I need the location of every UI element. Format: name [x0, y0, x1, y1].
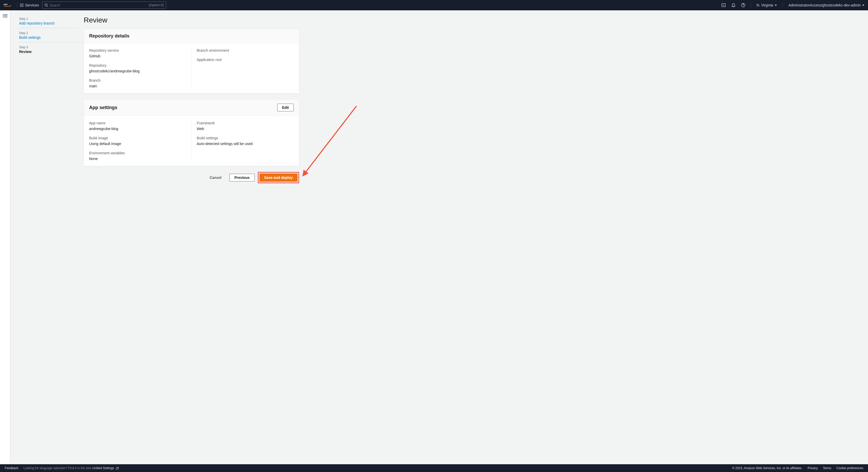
- search-box[interactable]: [Option+S]: [42, 2, 166, 9]
- region-selector[interactable]: N. Virginia: [753, 3, 780, 7]
- chevron-down-icon: [862, 5, 864, 6]
- body: Step 1 Add repository branch Step 2 Buil…: [0, 10, 868, 464]
- svg-point-15: [743, 6, 743, 6]
- field-app-name: App name andrewgrube-blog: [89, 121, 186, 131]
- nav-divider: [751, 3, 751, 8]
- main-area: Step 1 Add repository branch Step 2 Buil…: [10, 10, 868, 464]
- side-collapse-panel: [0, 10, 10, 464]
- field-value: Using default image: [89, 142, 186, 146]
- copyright: © 2023, Amazon Web Services, Inc. or its…: [732, 466, 802, 470]
- wizard-steps: Step 1 Add repository branch Step 2 Buil…: [19, 16, 84, 183]
- bell-icon: [731, 3, 736, 7]
- step-title: Add repository branch: [19, 21, 79, 25]
- hamburger-button[interactable]: [3, 13, 7, 18]
- field-label: Application root: [197, 58, 294, 62]
- field-label: Build image: [89, 136, 186, 140]
- field-value: Web: [197, 127, 294, 131]
- cookie-preferences-link[interactable]: Cookie preferences: [836, 466, 863, 470]
- previous-button[interactable]: Previous: [229, 174, 254, 181]
- field-label: Framework: [197, 121, 294, 125]
- svg-rect-2: [22, 4, 22, 4]
- svg-rect-6: [23, 5, 24, 6]
- grid-icon: [20, 3, 24, 7]
- search-shortcut: [Option+S]: [149, 3, 164, 7]
- step-review: Step 3 Review: [19, 45, 79, 56]
- services-menu[interactable]: Services: [20, 3, 39, 7]
- field-label: Repository service: [89, 48, 186, 53]
- field-label: Repository: [89, 63, 186, 67]
- terms-link[interactable]: Terms: [823, 466, 831, 470]
- cloudshell-button[interactable]: [719, 0, 728, 10]
- step-title: Build settings: [19, 35, 79, 39]
- privacy-link[interactable]: Privacy: [808, 466, 817, 470]
- field-value: GitHub: [89, 54, 186, 58]
- top-navigation: aws Services [Option+S]: [0, 0, 868, 10]
- account-selector[interactable]: AdministratorAccess/ghostcodekc-dev-admi…: [785, 3, 864, 7]
- step-number: Step 3: [19, 46, 79, 49]
- panel-title: App settings: [89, 105, 117, 110]
- help-icon: [741, 3, 746, 7]
- edit-button[interactable]: Edit: [277, 104, 294, 111]
- field-value: None: [89, 157, 186, 161]
- svg-point-10: [45, 4, 47, 6]
- external-link-icon: [116, 467, 119, 470]
- field-label: Build settings: [197, 136, 294, 140]
- svg-text:aws: aws: [4, 3, 8, 5]
- field-framework: Framework Web: [197, 121, 294, 131]
- cancel-button[interactable]: Cancel: [205, 173, 226, 182]
- chevron-down-icon: [775, 5, 777, 6]
- annotation-highlight: Save and deploy: [258, 172, 299, 183]
- region-label: N. Virginia: [757, 3, 773, 7]
- field-label: Branch: [89, 78, 186, 83]
- field-value: ghostcodekc/andrewgrube-blog: [89, 69, 186, 73]
- search-icon: [44, 3, 48, 7]
- step-number: Step 2: [19, 31, 79, 35]
- panel-title: Repository details: [89, 33, 129, 39]
- svg-line-11: [47, 6, 48, 7]
- svg-rect-7: [20, 6, 21, 7]
- step-number: Step 1: [19, 17, 79, 21]
- svg-rect-4: [20, 5, 21, 6]
- svg-rect-5: [22, 5, 22, 6]
- field-repository: Repository ghostcodekc/andrewgrube-blog: [89, 63, 186, 73]
- footer-message-text: Looking for language selection? Find it …: [24, 466, 92, 470]
- svg-rect-8: [22, 6, 22, 7]
- svg-rect-3: [23, 4, 24, 4]
- field-label: App name: [89, 121, 186, 125]
- svg-line-19: [117, 467, 118, 468]
- unified-settings-link[interactable]: Unified Settings: [92, 466, 119, 470]
- field-label: Environment variables: [89, 151, 186, 155]
- help-button[interactable]: [738, 0, 748, 10]
- step-title: Review: [19, 50, 79, 54]
- field-branch-environment: Branch environment: [197, 48, 294, 53]
- field-value: andrewgrube-blog: [89, 127, 186, 131]
- save-and-deploy-button[interactable]: Save and deploy: [259, 173, 298, 182]
- field-application-root: Application root: [197, 58, 294, 62]
- main-column: Review Repository details Repository ser…: [84, 16, 299, 183]
- field-branch: Branch main: [89, 78, 186, 88]
- step-build-settings[interactable]: Step 2 Build settings: [19, 30, 79, 42]
- nav-icon-group: [719, 0, 748, 10]
- field-build-image: Build image Using default image: [89, 136, 186, 146]
- cloudshell-icon: [721, 3, 726, 7]
- feedback-link[interactable]: Feedback: [5, 466, 18, 470]
- nav-divider: [782, 3, 783, 8]
- aws-logo[interactable]: aws: [4, 3, 11, 7]
- step-add-repository-branch[interactable]: Step 1 Add repository branch: [19, 16, 79, 28]
- unified-settings-label: Unified Settings: [92, 466, 114, 470]
- account-label: AdministratorAccess/ghostcodekc-dev-admi…: [788, 3, 861, 7]
- app-settings-panel: App settings Edit App name andrewgrube-b…: [84, 99, 299, 166]
- field-label: Branch environment: [197, 48, 294, 53]
- field-value: main: [89, 84, 186, 88]
- search-input[interactable]: [50, 3, 149, 7]
- notifications-button[interactable]: [728, 0, 738, 10]
- services-label: Services: [25, 3, 39, 7]
- field-environment-variables: Environment variables None: [89, 151, 186, 161]
- field-value: Auto-detected settings will be used: [197, 142, 294, 146]
- footer: Feedback Looking for language selection?…: [0, 464, 868, 472]
- field-build-settings: Build settings Auto-detected settings wi…: [197, 136, 294, 146]
- svg-rect-1: [20, 4, 21, 4]
- svg-rect-9: [23, 6, 24, 7]
- page-title: Review: [84, 16, 299, 24]
- wizard-actions: Cancel Previous Save and deploy: [84, 172, 299, 183]
